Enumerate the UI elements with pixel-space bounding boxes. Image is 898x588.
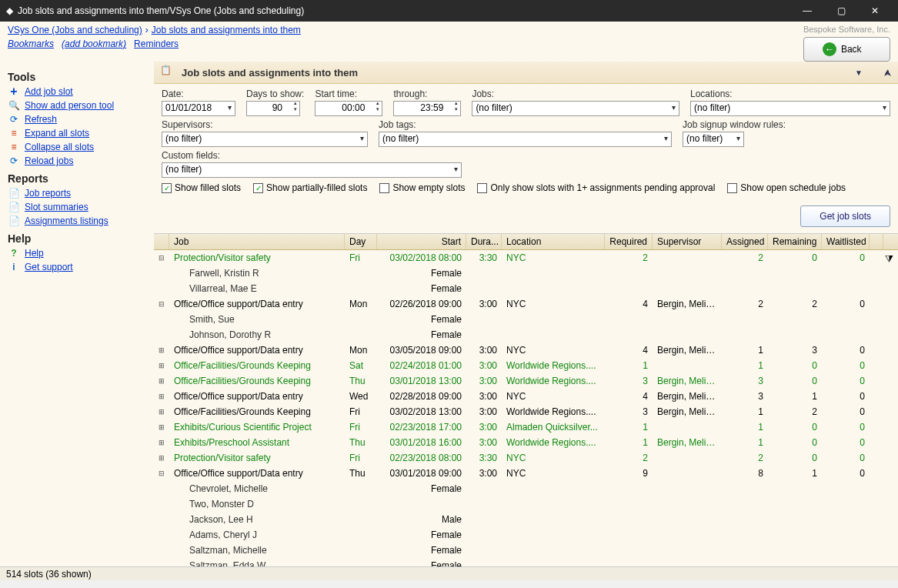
tree-toggle-icon[interactable]: ⊟ [154,254,169,262]
tree-toggle-icon[interactable]: ⊞ [154,423,169,431]
col-required[interactable]: Required [605,234,653,249]
date-input[interactable]: 01/01/2018 [162,101,235,116]
start-time-input[interactable]: 00:00 [315,101,382,116]
grid-child-row[interactable]: Chevrolet, MichelleFemale [154,481,898,496]
cell-location: Worldwide Regions.... [502,406,605,417]
jobs-filter[interactable]: (no filter) [472,101,679,116]
jobs-label: Jobs: [472,89,679,99]
col-day[interactable]: Day [345,234,377,249]
locations-filter[interactable]: (no filter) [690,101,890,116]
col-duration[interactable]: Dura... [466,234,502,249]
tree-toggle-icon[interactable]: ⊞ [154,439,169,446]
grid-child-row[interactable]: Jackson, Lee HMale [154,512,898,527]
cell-location: NYC [502,453,605,463]
grid-slot-row[interactable]: ⊞Office/Office support/Data entryMon03/0… [154,342,898,358]
minimize-button[interactable]: — [790,0,824,22]
checkbox-icon: ✓ [253,183,263,193]
cell-duration: 3:00 [466,406,502,417]
check-show-partial[interactable]: ✓Show partially-filled slots [253,182,367,193]
col-assigned[interactable]: Assigned [722,234,768,249]
check-pending-approval[interactable]: Only show slots with 1+ assignments pend… [477,182,715,193]
sidebar-item-show-add-person[interactable]: 🔍Show add person tool [8,99,146,112]
col-start[interactable]: Start [377,234,466,249]
sidebar-item-reload-jobs[interactable]: ⟳Reload jobs [8,154,146,168]
bookmarks-link[interactable]: Bookmarks [8,38,54,49]
tree-toggle-icon[interactable]: ⊞ [154,408,169,416]
tree-toggle-icon[interactable]: ⊞ [154,393,169,400]
grid-child-row[interactable]: Saltzman, Edda WFemale [154,558,898,566]
maximize-button[interactable]: ▢ [824,0,858,22]
sidebar-item-get-support[interactable]: iGet support [8,260,146,274]
reminders-link[interactable]: Reminders [134,38,179,49]
supervisors-filter[interactable]: (no filter) [162,132,368,147]
back-button[interactable]: ← Back [803,37,890,62]
grid-slot-row[interactable]: ⊞Protection/Visitor safetyFri02/23/2018 … [154,450,898,466]
filter-funnel-icon[interactable]: ⧩ [885,253,893,266]
sidebar-item-refresh[interactable]: ⟳Refresh [8,112,146,126]
sidebar-item-job-reports[interactable]: 📄Job reports [8,186,146,200]
cell-waitlisted: 0 [822,252,870,263]
grid-slot-row[interactable]: ⊞Office/Facilities/Grounds KeepingFri03/… [154,404,898,419]
grid-child-row[interactable]: Smith, SueFemale [154,312,898,327]
cell-location: NYC [502,252,605,263]
cell-start: 03/01/2018 09:00 [377,468,466,479]
days-label: Days to show: [246,89,304,99]
grid-child-row[interactable]: Two, Monster D [154,496,898,512]
window-title: Job slots and assignments into them/VSys… [18,5,304,16]
custom-fields-filter[interactable]: (no filter) [162,162,462,178]
grid-slot-row[interactable]: ⊞Exhibits/Preschool AssistantThu03/01/20… [154,435,898,450]
cell-location: NYC [502,299,605,309]
cell-day: Fri [345,252,377,263]
cell-required: 4 [605,345,653,356]
grid-slot-row[interactable]: ⊞Office/Facilities/Grounds KeepingThu03/… [154,373,898,389]
days-input[interactable]: 90 [246,101,300,116]
grid-slot-row[interactable]: ⊞Office/Facilities/Grounds KeepingSat02/… [154,358,898,373]
tree-toggle-icon[interactable]: ⊞ [154,377,169,385]
jobtags-filter[interactable]: (no filter) [379,132,672,147]
person-name: Two, Monster D [169,499,345,509]
tree-toggle-icon[interactable]: ⊟ [154,300,169,308]
grid-child-row[interactable]: Farwell, Kristin RFemale [154,266,898,281]
col-remaining[interactable]: Remaining [768,234,822,249]
tree-toggle-icon[interactable]: ⊟ [154,469,169,477]
tree-toggle-icon[interactable]: ⊞ [154,362,169,369]
menu-dropdown-icon[interactable]: ▼ [855,68,863,77]
grid-slot-row[interactable]: ⊟Protection/Visitor safetyFri03/02/2018 … [154,250,898,266]
col-job[interactable]: Job [169,234,345,249]
check-show-filled[interactable]: ✓Show filled slots [162,182,241,193]
col-waitlisted[interactable]: Waitlisted [822,234,870,249]
tree-toggle-icon[interactable]: ⊞ [154,454,169,462]
tree-toggle-icon[interactable]: ⊞ [154,346,169,354]
sidebar-item-slot-summaries[interactable]: 📄Slot summaries [8,200,146,214]
sidebar-item-expand-all[interactable]: ≡Expand all slots [8,126,146,140]
check-open-schedule[interactable]: Show open schedule jobs [727,182,846,193]
check-show-empty[interactable]: Show empty slots [379,182,465,193]
grid-child-row[interactable]: Adams, Cheryl JFemale [154,527,898,543]
cell-location: Almaden Quicksilver... [502,422,605,433]
grid-child-row[interactable]: Villarreal, Mae EFemale [154,281,898,296]
sidebar-item-help[interactable]: ?Help [8,246,146,260]
breadcrumb-root[interactable]: VSys One (Jobs and scheduling) [8,25,142,35]
grid-child-row[interactable]: Saltzman, MichelleFemale [154,543,898,558]
add-bookmark-link[interactable]: (add bookmark) [62,38,126,49]
cell-supervisor: Bergin, Melis... [653,437,722,448]
through-input[interactable]: 23:59 [393,101,461,116]
grid-child-row[interactable]: Johnson, Dorothy RFemale [154,327,898,342]
grid-slot-row[interactable]: ⊞Exhibits/Curious Scientific ProjectFri0… [154,419,898,435]
cell-required: 3 [605,376,653,386]
col-supervisor[interactable]: Supervisor [653,234,722,249]
col-location[interactable]: Location [502,234,605,249]
sidebar-item-collapse-all[interactable]: ≡Collapse all slots [8,140,146,154]
signup-filter[interactable]: (no filter) [683,132,744,147]
get-job-slots-button[interactable]: Get job slots [800,205,890,227]
breadcrumb-leaf[interactable]: Job slots and assignments into them [152,25,301,35]
grid-slot-row[interactable]: ⊟Office/Office support/Data entryThu03/0… [154,466,898,481]
cell-start: 03/01/2018 13:00 [377,376,466,386]
collapse-panel-icon[interactable]: ⮝ [884,68,892,77]
grid-slot-row[interactable]: ⊞Office/Office support/Data entryWed02/2… [154,389,898,404]
close-button[interactable]: ✕ [858,0,892,22]
grid-body[interactable]: ⧩ ⊟Protection/Visitor safetyFri03/02/201… [154,250,898,566]
sidebar-item-assignments-listings[interactable]: 📄Assignments listings [8,214,146,228]
sidebar-item-add-job-slot[interactable]: +Add job slot [8,85,146,99]
grid-slot-row[interactable]: ⊟Office/Office support/Data entryMon02/2… [154,296,898,312]
